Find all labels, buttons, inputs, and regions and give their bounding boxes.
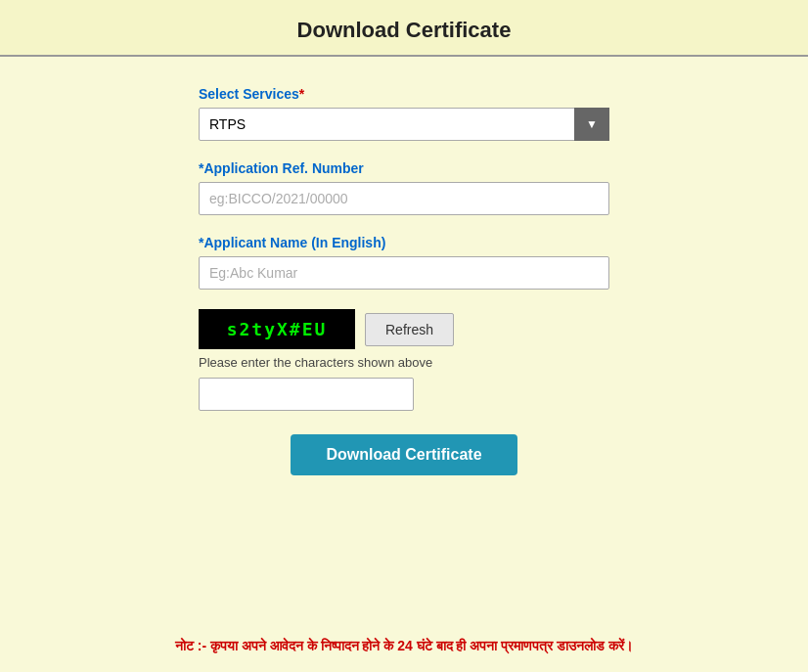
select-services-label: Select Services* [199,86,609,102]
select-services-wrapper[interactable]: RTPS [199,108,609,141]
captcha-group: s2tyX#EU Refresh Please enter the charac… [199,309,609,411]
captcha-text: s2tyX#EU [227,319,328,339]
app-ref-group: *Application Ref. Number [199,160,609,215]
footer-note-text: नोट :- कृपया अपने आवेदन के निष्पादन होने… [175,638,633,653]
applicant-name-group: *Applicant Name (In English) [199,235,609,290]
refresh-button[interactable]: Refresh [365,313,454,346]
download-certificate-button[interactable]: Download Certificate [291,434,516,475]
captcha-hint: Please enter the characters shown above [199,355,609,370]
captcha-row: s2tyX#EU Refresh [199,309,609,349]
applicant-name-label: *Applicant Name (In English) [199,235,609,250]
download-btn-wrapper: Download Certificate [199,434,609,475]
app-ref-label: *Application Ref. Number [199,160,609,176]
main-content: Select Services* RTPS *Application Ref. … [0,57,808,626]
page-header: Download Certificate [0,0,808,57]
page-title: Download Certificate [297,18,512,42]
select-services-group: Select Services* RTPS [199,86,609,141]
footer-note: नोट :- कृपया अपने आवेदन के निष्पादन होने… [0,626,808,672]
app-ref-input[interactable] [199,182,609,215]
captcha-image: s2tyX#EU [199,309,355,349]
applicant-name-input[interactable] [199,256,609,290]
captcha-input[interactable] [199,378,414,411]
select-services-input[interactable]: RTPS [199,108,609,141]
form-container: Select Services* RTPS *Application Ref. … [199,86,609,597]
